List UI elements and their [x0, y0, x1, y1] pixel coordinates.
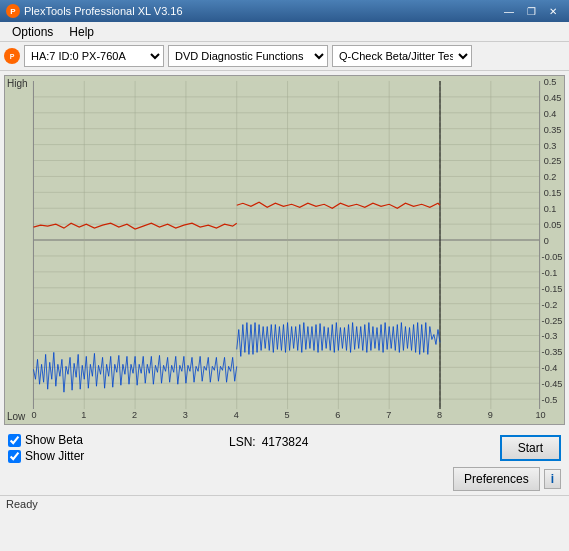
svg-text:-0.2: -0.2 [542, 300, 558, 310]
show-jitter-checkbox[interactable] [8, 450, 21, 463]
svg-text:0.4: 0.4 [544, 109, 557, 119]
svg-text:4: 4 [234, 410, 239, 420]
menu-options[interactable]: Options [4, 23, 61, 41]
show-jitter-label: Show Jitter [25, 449, 84, 463]
svg-text:-0.1: -0.1 [542, 268, 558, 278]
chart-area: High Low [4, 75, 565, 425]
app-icon: P [6, 4, 20, 18]
right-buttons: Start Preferences i [453, 433, 561, 491]
lsn-value: 4173824 [262, 435, 309, 449]
svg-text:-0.05: -0.05 [542, 252, 563, 262]
svg-text:-0.35: -0.35 [542, 347, 563, 357]
svg-text:-0.3: -0.3 [542, 332, 558, 342]
function-select[interactable]: DVD Diagnostic Functions [168, 45, 328, 67]
svg-text:10: 10 [536, 410, 546, 420]
minimize-button[interactable]: — [499, 3, 519, 19]
svg-text:-0.5: -0.5 [542, 395, 558, 405]
svg-rect-0 [33, 81, 539, 409]
svg-text:0: 0 [544, 236, 549, 246]
svg-text:0.05: 0.05 [544, 220, 562, 230]
footer: Ready [0, 495, 569, 512]
close-button[interactable]: ✕ [543, 3, 563, 19]
preferences-button[interactable]: Preferences [453, 467, 540, 491]
svg-text:-0.45: -0.45 [542, 379, 563, 389]
svg-text:2: 2 [132, 410, 137, 420]
status-text: Ready [6, 498, 38, 510]
svg-text:0.2: 0.2 [544, 172, 557, 182]
show-beta-label: Show Beta [25, 433, 83, 447]
svg-text:0.15: 0.15 [544, 188, 562, 198]
svg-text:3: 3 [183, 410, 188, 420]
show-jitter-row: Show Jitter [8, 449, 84, 463]
svg-text:9: 9 [488, 410, 493, 420]
svg-text:0.25: 0.25 [544, 157, 562, 167]
svg-text:0.35: 0.35 [544, 125, 562, 135]
test-select[interactable]: Q-Check Beta/Jitter Test [332, 45, 472, 67]
title-bar: P PlexTools Professional XL V3.16 — ❐ ✕ [0, 0, 569, 22]
show-beta-checkbox[interactable] [8, 434, 21, 447]
start-button[interactable]: Start [500, 435, 561, 461]
menu-help[interactable]: Help [61, 23, 102, 41]
svg-text:5: 5 [285, 410, 290, 420]
chart-svg: 0.5 0.45 0.4 0.35 0.3 0.25 0.2 0.15 0.1 … [5, 76, 564, 424]
svg-text:-0.15: -0.15 [542, 284, 563, 294]
svg-text:0.5: 0.5 [544, 77, 557, 87]
window-title: PlexTools Professional XL V3.16 [24, 5, 183, 17]
svg-text:0: 0 [31, 410, 36, 420]
drive-select[interactable]: HA:7 ID:0 PX-760A [24, 45, 164, 67]
svg-text:-0.4: -0.4 [542, 363, 558, 373]
show-beta-row: Show Beta [8, 433, 84, 447]
lsn-label: LSN: [229, 435, 256, 449]
svg-text:6: 6 [335, 410, 340, 420]
info-button[interactable]: i [544, 469, 561, 489]
lsn-area: LSN: 4173824 [229, 433, 308, 449]
svg-text:0.45: 0.45 [544, 93, 562, 103]
menu-bar: Options Help [0, 22, 569, 42]
svg-text:1: 1 [81, 410, 86, 420]
svg-text:8: 8 [437, 410, 442, 420]
svg-text:-0.25: -0.25 [542, 316, 563, 326]
svg-text:0.3: 0.3 [544, 141, 557, 151]
drive-icon: P [4, 48, 20, 64]
svg-text:0.1: 0.1 [544, 204, 557, 214]
svg-text:7: 7 [386, 410, 391, 420]
bottom-controls: Show Beta Show Jitter LSN: 4173824 Start… [0, 429, 569, 495]
toolbar: P HA:7 ID:0 PX-760A DVD Diagnostic Funct… [0, 42, 569, 71]
restore-button[interactable]: ❐ [521, 3, 541, 19]
